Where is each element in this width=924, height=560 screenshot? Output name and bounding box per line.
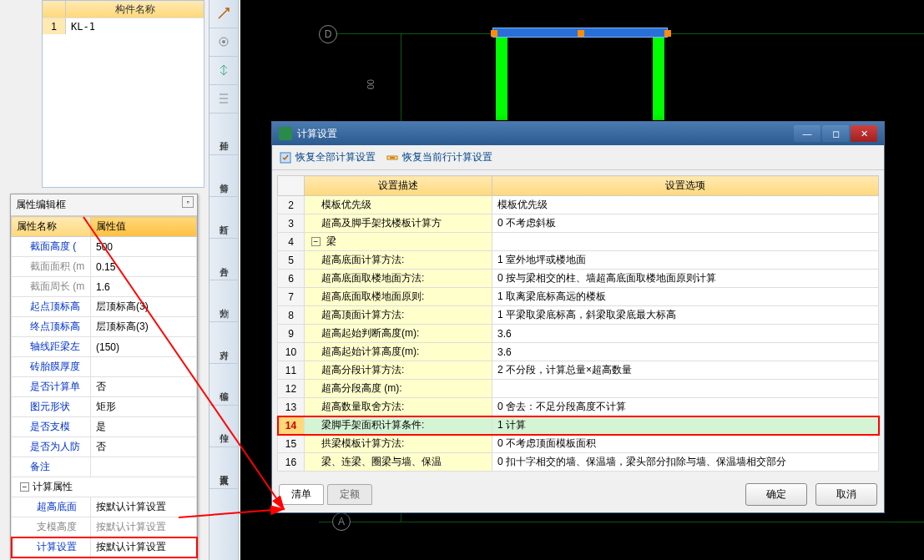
maximize-button[interactable]: ◻ [822, 125, 849, 142]
vertical-toolbar: 延伸修剪打断合并分割对齐偏移拉伸设置夹点 [209, 0, 239, 560]
property-panel-title: 属性编辑框 ▫ [11, 194, 197, 216]
pin-icon[interactable]: ▫ [182, 196, 194, 208]
tool-icon-3[interactable] [210, 57, 238, 85]
settings-row[interactable]: 8超高顶面计算方法:1 平梁取梁底标高，斜梁取梁底最大标高 [278, 306, 879, 325]
dialog-titlebar[interactable]: 计算设置 — ◻ ✕ [272, 122, 884, 145]
property-row[interactable]: 砖胎膜厚度 [12, 357, 197, 377]
property-row[interactable]: 起点顶标高层顶标高(3) [12, 297, 197, 317]
calc-property-row[interactable]: 超高底面按默认计算设置 [12, 497, 197, 517]
property-row[interactable]: 终点顶标高层顶标高(3) [12, 317, 197, 337]
dimension-text: 00 [366, 79, 376, 89]
tool-icon-4[interactable] [210, 85, 238, 114]
dialog-icon [279, 127, 292, 140]
property-row[interactable]: 截面面积 (m0.15 [12, 257, 197, 277]
component-row[interactable]: 1 KL-1 [43, 18, 204, 34]
vtool-偏移[interactable]: 偏移 [210, 364, 238, 406]
property-row[interactable]: 截面周长 (m1.6 [12, 277, 197, 297]
tab-list[interactable]: 清单 [279, 484, 324, 505]
property-row[interactable]: 轴线距梁左(150) [12, 337, 197, 357]
settings-row[interactable]: 14梁脚手架面积计算条件:1 计算 [278, 416, 879, 435]
settings-row[interactable]: 6超高底面取楼地面方法:0 按与梁相交的柱、墙超高底面取楼地面原则计算 [278, 270, 879, 288]
vtool-拉伸[interactable]: 拉伸 [210, 406, 238, 447]
prop-header-value: 属性值 [91, 217, 197, 237]
col-option: 设置选项 [492, 176, 879, 196]
column-right[interactable] [653, 37, 664, 120]
settings-row[interactable]: 5超高底面计算方法:1 室外地坪或楼地面 [278, 251, 879, 270]
calc-property-row[interactable]: 支模高度按默认计算设置 [12, 517, 197, 537]
restore-all-button[interactable]: 恢复全部计算设置 [279, 150, 376, 164]
collapse-icon[interactable]: − [20, 482, 29, 492]
vtool-延伸[interactable]: 延伸 [210, 114, 238, 155]
vtool-修剪[interactable]: 修剪 [210, 155, 238, 197]
settings-row[interactable]: 4− 梁 [278, 233, 879, 251]
settings-row[interactable]: 13超高数量取舍方法:0 舍去：不足分段高度不计算 [278, 398, 879, 416]
settings-row[interactable]: 3超高及脚手架找楼板计算方0 不考虑斜板 [278, 214, 879, 233]
settings-row[interactable]: 7超高底面取楼地面原则:1 取离梁底标高远的楼板 [278, 288, 879, 306]
calc-property-row[interactable]: 计算设置按默认计算设置 [12, 537, 197, 557]
settings-table: 设置描述 设置选项 2模板优先级模板优先级3超高及脚手架找楼板计算方0 不考虑斜… [277, 175, 879, 472]
vtool-打断[interactable]: 打断 [210, 197, 238, 239]
dialog-title: 计算设置 [297, 127, 794, 141]
settings-row[interactable]: 10超高起始计算高度(m):3.6 [278, 343, 879, 361]
settings-row[interactable]: 16梁、连梁、圈梁与墙、保温0 扣十字相交的墙、保温墙，梁头部分扣除与墙、保温墙… [278, 453, 879, 472]
tool-icon-1[interactable] [210, 0, 238, 28]
beam-kl1[interactable] [492, 28, 668, 38]
component-list-panel: 构件名称 1 KL-1 [42, 0, 204, 188]
close-button[interactable]: ✕ [851, 125, 877, 142]
vtool-合并[interactable]: 合并 [210, 239, 238, 280]
settings-row[interactable]: 15拱梁模板计算方法:0 不考虑顶面模板面积 [278, 435, 879, 453]
property-row[interactable]: 图元形状矩形 [12, 397, 197, 417]
property-row[interactable]: 是否支模是 [12, 417, 197, 437]
property-row[interactable]: 截面高度 (500 [12, 237, 197, 257]
calc-settings-dialog: 计算设置 — ◻ ✕ 恢复全部计算设置 恢复当前行计算设置 设置描述 设置选项 … [271, 121, 885, 513]
restore-row-button[interactable]: 恢复当前行计算设置 [386, 150, 492, 164]
settings-row[interactable]: 2模板优先级模板优先级 [278, 196, 879, 214]
settings-row[interactable]: 12超高分段高度 (m): [278, 380, 879, 398]
tab-quota[interactable]: 定额 [327, 484, 372, 505]
axis-d-label: D [319, 25, 337, 43]
tool-icon-2[interactable] [210, 28, 238, 57]
property-row[interactable]: 备注 [12, 457, 197, 477]
prop-header-name: 属性名称 [12, 217, 91, 237]
vtool-对齐[interactable]: 对齐 [210, 322, 238, 364]
component-header: 构件名称 [66, 1, 204, 18]
calc-property-row[interactable]: 计算规则按默认计算规则 [12, 557, 197, 561]
cancel-button[interactable]: 取消 [815, 483, 877, 506]
vtool-分割[interactable]: 分割 [210, 280, 238, 322]
property-row[interactable]: 是否计算单否 [12, 377, 197, 397]
svg-point-1 [222, 40, 225, 43]
settings-row[interactable]: 9超高起始判断高度(m):3.6 [278, 325, 879, 343]
col-desc: 设置描述 [305, 176, 492, 196]
minimize-button[interactable]: — [794, 125, 820, 142]
property-row[interactable]: 是否为人防否 [12, 437, 197, 457]
ok-button[interactable]: 确定 [745, 483, 807, 506]
vtool-设置夹点[interactable]: 设置夹点 [210, 447, 238, 489]
calc-group-row[interactable]: −计算属性 [12, 477, 197, 497]
beam-handle-mid[interactable] [578, 30, 584, 37]
beam-handle-end[interactable] [664, 30, 671, 37]
axis-a-label: A [332, 512, 351, 531]
column-left[interactable] [496, 37, 507, 120]
beam-handle-start[interactable] [491, 30, 497, 37]
property-edit-panel: 属性编辑框 ▫ 属性名称 属性值 截面高度 (500截面面积 (m0.15截面周… [10, 194, 198, 560]
settings-row[interactable]: 11超高分段计算方法:2 不分段，计算总量×超高数量 [278, 361, 879, 380]
